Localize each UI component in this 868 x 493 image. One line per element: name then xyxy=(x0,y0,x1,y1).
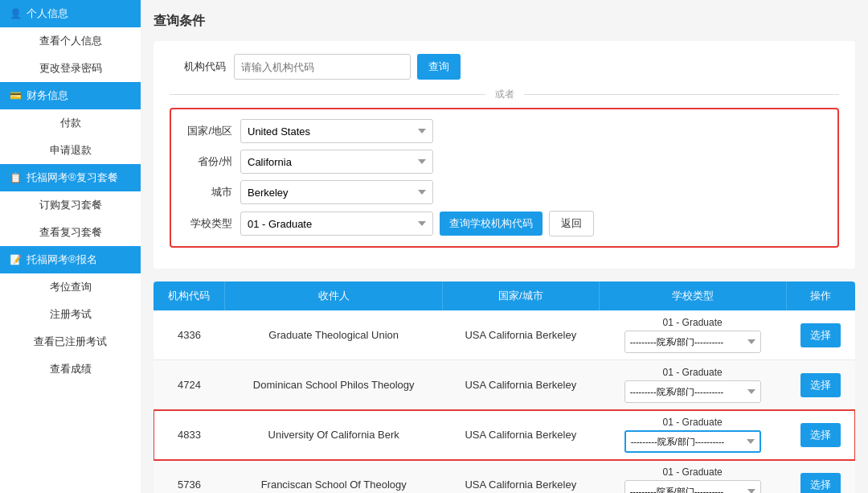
sidebar-section-finance-label: 财务信息 xyxy=(27,88,68,103)
sidebar-section-review-label: 托福网考®复习套餐 xyxy=(27,170,118,185)
country-row: 国家/地区 United States xyxy=(184,119,825,143)
registration-icon: 📝 xyxy=(10,254,22,265)
sidebar-section-registration-label: 托福网考®报名 xyxy=(27,253,97,267)
school-type-value-2: 01 - Graduate xyxy=(663,417,723,428)
cell-code-0: 4336 xyxy=(154,310,225,360)
sidebar-item-payment[interactable]: 付款 xyxy=(0,109,141,137)
table-row: 5736 Franciscan School Of Theology USA C… xyxy=(154,460,855,494)
sidebar-section-review[interactable]: 📋 托福网考®复习套餐 xyxy=(0,164,141,191)
sidebar-item-view-personal[interactable]: 查看个人信息 xyxy=(0,27,141,55)
country-label: 国家/地区 xyxy=(184,124,232,138)
cell-recipient-0: Graduate Theological Union xyxy=(225,310,443,360)
col-code: 机构代码 xyxy=(154,281,225,310)
sidebar-section-finance[interactable]: 💳 财务信息 xyxy=(0,82,141,109)
finance-icon: 💳 xyxy=(10,90,22,101)
query-box: 机构代码 查询 或者 国家/地区 United States 省份/州 Cali… xyxy=(154,41,855,269)
cell-code-1: 4724 xyxy=(154,360,225,410)
sidebar-section-personal[interactable]: 👤 个人信息 xyxy=(0,0,141,27)
city-select[interactable]: Berkeley xyxy=(240,180,433,204)
school-type-select[interactable]: 01 - Graduate xyxy=(240,212,433,236)
select-button-3[interactable]: 选择 xyxy=(800,473,841,494)
cell-recipient-3: Franciscan School Of Theology xyxy=(225,460,443,494)
personal-icon: 👤 xyxy=(10,8,22,19)
city-label: 城市 xyxy=(184,185,232,199)
cell-location-1: USA California Berkeley xyxy=(442,360,599,410)
main-content: 查询条件 机构代码 查询 或者 国家/地区 United States 省份/州… xyxy=(141,0,868,493)
sidebar: 👤 个人信息 查看个人信息 更改登录密码 💳 财务信息 付款 申请退款 📋 托福… xyxy=(0,0,141,493)
dept-select-2[interactable]: ---------院系/部门---------- xyxy=(624,430,761,453)
code-input[interactable] xyxy=(234,54,411,80)
table-row: 4336 Graduate Theological Union USA Cali… xyxy=(154,310,855,360)
col-action: 操作 xyxy=(786,281,855,310)
sidebar-item-buy-review[interactable]: 订购复习套餐 xyxy=(0,191,141,219)
search-school-button[interactable]: 查询学校机构代码 xyxy=(440,212,542,236)
sidebar-item-view-review[interactable]: 查看复习套餐 xyxy=(0,219,141,246)
cell-school-type-3: 01 - Graduate ---------院系/部门---------- xyxy=(599,460,786,494)
dept-select-3[interactable]: ---------院系/部门---------- xyxy=(624,480,761,493)
cell-location-0: USA California Berkeley xyxy=(442,310,599,360)
sidebar-item-view-scores[interactable]: 查看成绩 xyxy=(0,355,141,383)
col-school-type: 学校类型 xyxy=(599,281,786,310)
or-divider: 或者 xyxy=(170,88,839,101)
school-type-value-1: 01 - Graduate xyxy=(663,367,723,378)
sidebar-item-change-password[interactable]: 更改登录密码 xyxy=(0,55,141,82)
cell-recipient-1: Dominican School Philos Theology xyxy=(225,360,443,410)
dept-select-0[interactable]: ---------院系/部门---------- xyxy=(624,331,761,353)
province-label: 省份/州 xyxy=(184,154,232,169)
cell-school-type-2: 01 - Graduate ---------院系/部门---------- xyxy=(599,410,786,460)
country-select[interactable]: United States xyxy=(240,119,433,143)
review-icon: 📋 xyxy=(10,172,22,183)
query-button[interactable]: 查询 xyxy=(417,54,461,80)
sidebar-item-refund[interactable]: 申请退款 xyxy=(0,137,141,164)
cell-action-1: 选择 xyxy=(786,360,855,410)
city-row: 城市 Berkeley xyxy=(184,180,825,204)
sidebar-item-view-registered[interactable]: 查看已注册考试 xyxy=(0,328,141,355)
page-title: 查询条件 xyxy=(154,13,855,30)
filter-box: 国家/地区 United States 省份/州 California 城市 B… xyxy=(170,108,839,248)
col-recipient: 收件人 xyxy=(225,281,443,310)
cell-location-2: USA California Berkeley xyxy=(442,410,599,460)
cell-action-2: 选择 xyxy=(786,410,855,460)
cell-code-2: 4833 xyxy=(154,410,225,460)
col-location: 国家/城市 xyxy=(442,281,599,310)
sidebar-section-registration[interactable]: 📝 托福网考®报名 xyxy=(0,246,141,273)
select-button-1[interactable]: 选择 xyxy=(800,373,841,397)
province-row: 省份/州 California xyxy=(184,150,825,174)
select-button-0[interactable]: 选择 xyxy=(800,323,841,347)
school-type-value-3: 01 - Graduate xyxy=(663,466,723,478)
cell-location-3: USA California Berkeley xyxy=(442,460,599,494)
select-button-2[interactable]: 选择 xyxy=(800,423,841,447)
table-row: 4833 University Of California Berk USA C… xyxy=(154,410,855,460)
sidebar-section-personal-label: 个人信息 xyxy=(27,6,68,21)
cell-action-3: 选择 xyxy=(786,460,855,494)
school-type-value-0: 01 - Graduate xyxy=(663,317,723,328)
table-row: 4724 Dominican School Philos Theology US… xyxy=(154,360,855,410)
result-table: 机构代码 收件人 国家/城市 学校类型 操作 4336 Graduate The… xyxy=(154,281,855,493)
dept-select-1[interactable]: ---------院系/部门---------- xyxy=(624,380,761,403)
code-row: 机构代码 查询 xyxy=(170,54,839,80)
back-button[interactable]: 返回 xyxy=(549,211,594,236)
province-select[interactable]: California xyxy=(240,150,433,174)
cell-recipient-2: University Of California Berk xyxy=(225,410,443,460)
sidebar-item-seat-query[interactable]: 考位查询 xyxy=(0,273,141,301)
cell-school-type-0: 01 - Graduate ---------院系/部门---------- xyxy=(599,310,786,360)
school-type-row: 学校类型 01 - Graduate 查询学校机构代码 返回 xyxy=(184,211,825,236)
cell-school-type-1: 01 - Graduate ---------院系/部门---------- xyxy=(599,360,786,410)
school-type-label: 学校类型 xyxy=(184,216,232,231)
sidebar-item-register-exam[interactable]: 注册考试 xyxy=(0,301,141,328)
code-label: 机构代码 xyxy=(170,60,226,74)
cell-action-0: 选择 xyxy=(786,310,855,360)
cell-code-3: 5736 xyxy=(154,460,225,494)
